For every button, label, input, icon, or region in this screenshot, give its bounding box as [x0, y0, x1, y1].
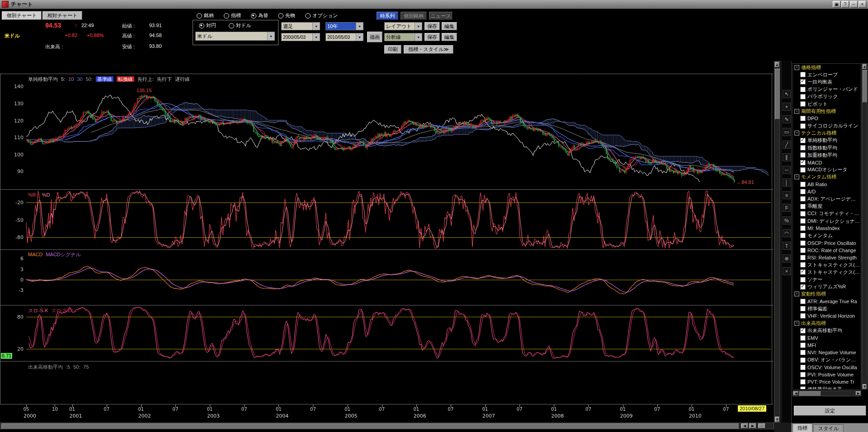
channel-tool[interactable]: ≡	[783, 191, 791, 199]
indicator-item-row[interactable]: PVT: Price Volume Tr	[793, 378, 861, 385]
indicator-item-row[interactable]: OSCV: Volume Oscilla	[793, 364, 861, 371]
radio-asset-オプション[interactable]: オプション	[305, 12, 338, 19]
analysis-edit-button[interactable]: 編集	[442, 33, 457, 41]
checkbox-icon[interactable]	[800, 167, 806, 173]
list-vscroll-thumb[interactable]	[863, 70, 868, 103]
checkbox-icon[interactable]	[800, 248, 806, 253]
radio-asset-指標[interactable]: 指標	[224, 12, 241, 19]
checkbox-icon[interactable]	[800, 218, 806, 224]
indicator-item-row[interactable]: 標準偏差	[793, 305, 861, 312]
checkbox-icon[interactable]	[800, 87, 806, 92]
indicator-item-row[interactable]: RSI: Relative Strength	[793, 254, 861, 261]
indicator-item-row[interactable]: 一目均衡表	[793, 78, 861, 85]
indicator-list-vscrollbar[interactable]: ▲ ▼	[862, 63, 868, 390]
chevron-down-icon[interactable]: ▼	[356, 23, 363, 30]
settings-button[interactable]: 設定	[794, 406, 866, 416]
indicator-item-row[interactable]: DMI: ディレクショナル・	[793, 217, 861, 225]
titlebar[interactable]: チャート ▣?−×	[0, 0, 868, 9]
tab-individual-chart[interactable]: 個別チャート	[2, 11, 42, 20]
checkbox-icon[interactable]	[800, 255, 806, 260]
indicator-item-row[interactable]: PVI: Positive Volume	[793, 371, 861, 378]
eraser-tool[interactable]: ▭	[783, 128, 791, 136]
tab-relative-chart[interactable]: 相対チャート	[42, 11, 82, 20]
delete-tool[interactable]: ×	[783, 267, 791, 275]
indicator-item-row[interactable]: 価格帯別出来高	[793, 385, 861, 390]
chart-horizontal-scrollbar[interactable]: ◀ ▶ ▫	[0, 423, 774, 429]
v-scrollbar-thumb[interactable]	[775, 69, 780, 119]
list-scroll-right-button[interactable]: ▶	[856, 391, 861, 395]
checkbox-icon[interactable]	[800, 196, 806, 202]
indicator-item-row[interactable]: ソナー	[793, 276, 861, 283]
indicator-item-row[interactable]: A/D	[793, 188, 861, 195]
checkbox-icon[interactable]	[800, 182, 806, 187]
indicator-item-row[interactable]: 出来高移動平均	[793, 327, 861, 334]
pointer-tool[interactable]: ↖	[783, 90, 791, 98]
checkbox-icon[interactable]	[800, 262, 806, 268]
layout-select[interactable]: レイアウト ▼	[384, 22, 422, 30]
checkbox-icon[interactable]	[800, 123, 806, 129]
checkbox-icon[interactable]	[800, 313, 806, 319]
checkbox-icon[interactable]	[800, 145, 806, 150]
chevron-down-icon[interactable]: ▼	[312, 23, 320, 30]
h-scrollbar-thumb[interactable]	[1, 423, 739, 429]
radio-pair-対円[interactable]: 対円	[199, 22, 216, 29]
scroll-right-button[interactable]: ▶	[749, 423, 756, 428]
checkbox-icon[interactable]	[800, 240, 806, 246]
indicator-item-row[interactable]: エンベロープ	[793, 71, 861, 78]
scroll-reset-button[interactable]: ▫	[758, 423, 765, 428]
checkbox-checked-icon[interactable]	[800, 269, 806, 275]
checkbox-icon[interactable]	[800, 335, 806, 341]
time-series-button[interactable]: 時系列	[377, 12, 398, 20]
indicator-item-row[interactable]: ピボット	[793, 100, 861, 108]
indicator-item-row[interactable]: ATR: Average True Ra	[793, 298, 861, 305]
checkbox-icon[interactable]	[800, 306, 806, 311]
radio-asset-為替[interactable]: 為替	[251, 12, 268, 19]
indicator-item-row[interactable]: CCI: コモディティ・チャ	[793, 210, 861, 217]
analysis-save-button[interactable]: 保存	[425, 33, 440, 41]
indicator-item-row[interactable]: 乖離度	[793, 203, 861, 210]
indicator-group-row[interactable]: -テクニカル指標	[793, 130, 861, 137]
checkbox-icon[interactable]	[800, 372, 806, 377]
arc-tool[interactable]: ◠	[783, 229, 791, 237]
close-button[interactable]: ×	[859, 1, 866, 8]
indicator-item-row[interactable]: ストキャスティクス(ファ	[793, 261, 861, 268]
indicator-item-row[interactable]: 加重移動平均	[793, 151, 861, 159]
indicator-item-row[interactable]: MACDオシレータ	[793, 166, 861, 174]
collapse-icon[interactable]: -	[794, 174, 799, 179]
indicator-group-row[interactable]: -モメンタム指標	[793, 174, 861, 181]
checkbox-icon[interactable]	[800, 343, 806, 348]
chevron-down-icon[interactable]: ▼	[267, 32, 274, 40]
indicator-item-row[interactable]: VHF: Vertical Horizon	[793, 312, 861, 319]
checkbox-icon[interactable]	[800, 233, 806, 238]
checkbox-icon[interactable]	[800, 189, 806, 194]
indicator-item-row[interactable]: ADX: アベレージディレ	[793, 195, 861, 202]
chevron-down-icon[interactable]: ▼	[356, 33, 363, 41]
checkbox-icon[interactable]	[800, 116, 806, 121]
analysis-select[interactable]: 分析線 ▼	[384, 33, 422, 41]
checkbox-icon[interactable]	[800, 277, 806, 282]
checkbox-icon[interactable]	[800, 204, 806, 209]
checkbox-icon[interactable]	[800, 386, 806, 390]
scroll-left-button[interactable]: ◀	[741, 423, 748, 428]
layout-save-button[interactable]: 保存	[425, 22, 440, 30]
indicator-item-row[interactable]: 指数移動平均	[793, 144, 861, 151]
checkbox-icon[interactable]	[800, 379, 806, 385]
price-chart-canvas[interactable]	[0, 61, 774, 423]
indicator-item-row[interactable]: MACD	[793, 159, 861, 166]
restore-button[interactable]: ▣	[833, 1, 840, 8]
draw-button[interactable]: 描画	[367, 32, 382, 42]
indicator-item-row[interactable]: パラボリック	[793, 93, 861, 100]
collapse-icon[interactable]: -	[794, 321, 799, 326]
radio-pair-対ドル[interactable]: 対ドル	[229, 22, 251, 29]
percent-tool[interactable]: %	[783, 216, 791, 225]
checkbox-icon[interactable]	[800, 94, 806, 99]
indicator-item-row[interactable]: AB Ratio	[793, 181, 861, 188]
collapse-icon[interactable]: -	[794, 65, 799, 70]
individual-stock-button[interactable]: 個別銘柄	[401, 12, 427, 20]
list-scroll-left-button[interactable]: ◀	[793, 391, 798, 395]
checkbox-icon[interactable]	[800, 225, 806, 231]
print-button[interactable]: 印刷	[384, 45, 401, 54]
indicator-style-button[interactable]: 指標・スタイル≫	[404, 45, 453, 54]
list-scroll-up-button[interactable]: ▲	[863, 64, 867, 69]
indicator-item-row[interactable]: ストキャスティクス(スロ	[793, 268, 861, 276]
